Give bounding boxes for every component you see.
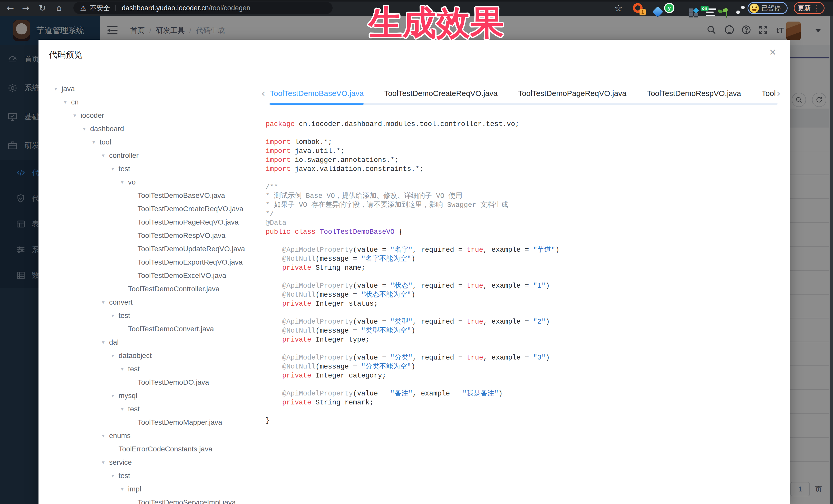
caret-down-icon[interactable]: ▾: [121, 406, 128, 412]
caret-down-icon[interactable]: ▾: [92, 139, 100, 145]
profile-emoji-icon: [749, 4, 759, 13]
tree-node[interactable]: ToolTestDemoServiceImpl.java: [54, 496, 264, 504]
back-arrow-icon[interactable]: ←: [7, 4, 14, 12]
browser-update-button[interactable]: 更新 ⋮: [794, 2, 825, 14]
caret-down-icon[interactable]: ▾: [121, 179, 128, 185]
tree-node[interactable]: ▾dal: [54, 336, 264, 349]
tree-node[interactable]: ▾java: [54, 82, 264, 95]
tree-node[interactable]: ▾dataobject: [54, 349, 264, 362]
caret-down-icon[interactable]: ▾: [102, 459, 109, 465]
green-extension-icon[interactable]: y: [664, 3, 674, 13]
extension-on-badge: on: [700, 6, 709, 11]
url-host: dashboard.yudao.iocoder.cn: [122, 4, 209, 12]
url-divider: [116, 5, 116, 11]
address-bar[interactable]: ⚠ 不安全 dashboard.yudao.iocoder.cn/tool/co…: [73, 2, 333, 14]
tree-node[interactable]: ToolTestDemoUpdateReqVO.java: [54, 242, 264, 256]
caret-down-icon[interactable]: ▾: [54, 86, 62, 92]
tree-node[interactable]: ▾mysql: [54, 389, 264, 402]
tree-node-label: ToolTestDemoDO.java: [138, 378, 209, 386]
caret-down-icon[interactable]: ▾: [102, 299, 109, 305]
tree-node[interactable]: ToolTestDemoController.java: [54, 282, 264, 296]
caret-down-icon[interactable]: ▾: [111, 393, 119, 399]
code-line: private String name;: [266, 264, 779, 272]
tree-node[interactable]: ▾enums: [54, 429, 264, 442]
tree-node[interactable]: ▾vo: [54, 175, 264, 189]
tab-2[interactable]: ToolTestDemoPageReqVO.java: [518, 83, 626, 105]
tree-node[interactable]: ToolTestDemoBaseVO.java: [54, 189, 264, 202]
tree-node[interactable]: ToolTestDemoExcelVO.java: [54, 269, 264, 282]
reload-icon[interactable]: ↻: [39, 4, 46, 12]
close-icon[interactable]: ×: [769, 46, 776, 58]
code-line: @NotNull(message = "类型不能为空"): [266, 327, 779, 335]
tree-node[interactable]: ▾controller: [54, 149, 264, 162]
caret-down-icon[interactable]: ▾: [121, 486, 128, 492]
tree-node[interactable]: ▾tool: [54, 136, 264, 149]
home-icon[interactable]: ⌂: [56, 4, 62, 12]
tree-node-label: java: [62, 85, 75, 93]
forward-arrow-icon[interactable]: →: [22, 4, 29, 12]
tree-node-label: ToolErrorCodeConstants.java: [119, 445, 213, 453]
tree-node[interactable]: ToolTestDemoDO.java: [54, 376, 264, 389]
tree-node-label: ToolTestDemoExcelVO.java: [138, 271, 226, 280]
tree-node[interactable]: ToolErrorCodeConstants.java: [54, 442, 264, 456]
caret-down-icon[interactable]: ▾: [102, 433, 109, 439]
modal-title: 代码预览: [49, 49, 82, 61]
security-label[interactable]: 不安全: [90, 4, 110, 13]
tree-node-label: test: [119, 165, 130, 173]
file-tabs: ToolTestDemoBaseVO.javaToolTestDemoCreat…: [270, 83, 776, 105]
tree-node[interactable]: ToolTestDemoMapper.java: [54, 416, 264, 429]
tree-node-label: vo: [128, 178, 136, 186]
tree-node[interactable]: ▾service: [54, 456, 264, 469]
tree-node[interactable]: ToolTestDemoCreateReqVO.java: [54, 202, 264, 216]
tree-node[interactable]: ▾test: [54, 309, 264, 322]
code-line: @ApiModelProperty(value = "状态", required…: [266, 282, 779, 290]
tree-node[interactable]: ▾convert: [54, 296, 264, 309]
caret-down-icon[interactable]: ▾: [111, 353, 119, 359]
kebab-menu-icon[interactable]: ⋮: [813, 4, 821, 12]
tree-node[interactable]: ToolTestDemoConvert.java: [54, 322, 264, 336]
tree-node[interactable]: ▾iocoder: [54, 109, 264, 122]
caret-down-icon[interactable]: ▾: [73, 113, 80, 119]
code-line: @NotNull(message = "状态不能为空"): [266, 290, 779, 299]
code-line: private String remark;: [266, 398, 779, 407]
tree-node-label: ToolTestDemoExportReqVO.java: [138, 258, 242, 266]
tree-node[interactable]: ▾impl: [54, 482, 264, 496]
tab-4[interactable]: ToolTe: [762, 83, 776, 105]
code-line: @Data: [266, 219, 779, 227]
caret-down-icon[interactable]: ▾: [102, 152, 109, 159]
tree-node[interactable]: ▾cn: [54, 95, 264, 109]
tree-node[interactable]: ▾test: [54, 362, 264, 376]
tree-node[interactable]: ToolTestDemoPageReqVO.java: [54, 216, 264, 229]
tabs-prev-icon[interactable]: ‹: [261, 88, 265, 99]
ubuntu-extension-icon[interactable]: 1: [633, 3, 643, 13]
caret-down-icon[interactable]: ▾: [102, 339, 109, 345]
caret-down-icon[interactable]: ▾: [83, 126, 90, 132]
tab-0[interactable]: ToolTestDemoBaseVO.java: [270, 83, 364, 105]
tree-node[interactable]: ▾test: [54, 402, 264, 416]
window-scrollbar[interactable]: [830, 16, 833, 504]
gem-extension-icon[interactable]: [652, 6, 663, 17]
caret-down-icon[interactable]: ▾: [111, 473, 119, 479]
tab-1[interactable]: ToolTestDemoCreateReqVO.java: [384, 83, 498, 105]
tree-node[interactable]: ▾dashboard: [54, 122, 264, 136]
file-tree: ▾java▾cn▾iocoder▾dashboard▾tool▾controll…: [54, 82, 264, 504]
tree-node[interactable]: ToolTestDemoExportReqVO.java: [54, 256, 264, 269]
caret-down-icon[interactable]: ▾: [121, 366, 128, 372]
caret-down-icon[interactable]: ▾: [64, 99, 71, 105]
code-line: [266, 174, 779, 183]
tabs-next-icon[interactable]: ›: [777, 88, 781, 99]
tree-node-label: dal: [109, 338, 119, 346]
tree-node[interactable]: ▾test: [54, 162, 264, 175]
tree-node-label: ToolTestDemoCreateReqVO.java: [138, 205, 243, 213]
caret-down-icon[interactable]: ▾: [111, 166, 119, 172]
bookmark-star-icon[interactable]: ☆: [614, 3, 623, 13]
code-line: [266, 129, 779, 138]
tree-node-label: ToolTestDemoController.java: [128, 285, 219, 293]
tab-3[interactable]: ToolTestDemoRespVO.java: [647, 83, 741, 105]
code-line: }: [266, 416, 779, 425]
tree-node[interactable]: ▾test: [54, 469, 264, 482]
caret-down-icon[interactable]: ▾: [111, 313, 119, 319]
tree-node[interactable]: ToolTestDemoRespVO.java: [54, 229, 264, 242]
tree-node-label: ToolTestDemoBaseVO.java: [138, 191, 225, 200]
profile-paused-button[interactable]: 已暂停: [747, 2, 788, 14]
